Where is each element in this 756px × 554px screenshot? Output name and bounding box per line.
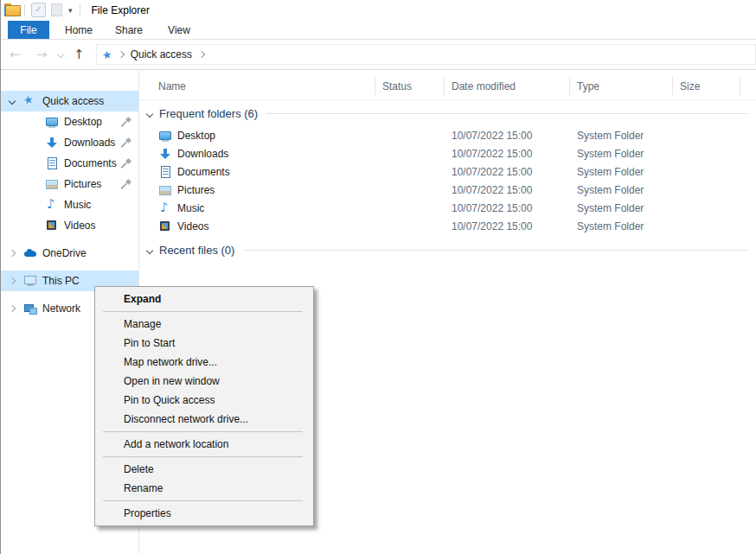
column-header-status[interactable]: Status	[382, 80, 412, 92]
file-date-modified: 10/07/2022 15:00	[452, 166, 532, 178]
frequent-folders-list: Desktop 10/07/2022 15:00 System Folder D…	[139, 127, 756, 236]
qat-new-folder-button[interactable]	[51, 3, 62, 16]
file-explorer-app-icon	[4, 3, 20, 16]
context-menu-item[interactable]: Properties	[95, 504, 313, 523]
file-row[interactable]: Videos 10/07/2022 15:00 System Folder	[139, 218, 756, 236]
forward-button[interactable]: →	[36, 48, 48, 61]
address-bar[interactable]: ★ Quick access	[96, 44, 756, 65]
context-menu-item[interactable]: Map network drive...	[95, 353, 313, 372]
file-row[interactable]: Documents 10/07/2022 15:00 System Folder	[139, 163, 756, 181]
sidebar-item-label: Network	[42, 302, 80, 315]
file-icon	[158, 129, 172, 143]
titlebar: ✓ ▾ File Explorer	[1, 0, 756, 20]
context-menu-item[interactable]: Pin to Start	[95, 334, 313, 353]
sidebar-item[interactable]: Pictures	[1, 174, 138, 194]
group-header-recent-files[interactable]: Recent files (0)	[147, 244, 749, 257]
window-title: File Explorer	[92, 4, 150, 16]
file-row[interactable]: Desktop 10/07/2022 15:00 System Folder	[139, 127, 756, 145]
file-date-modified: 10/07/2022 15:00	[452, 184, 532, 196]
sidebar-item-icon	[45, 136, 59, 150]
sidebar-item-label: OneDrive	[42, 247, 86, 259]
column-header-date-modified[interactable]: Date modified	[452, 80, 516, 92]
column-separator[interactable]	[444, 77, 445, 95]
context-menu-item[interactable]: Disconnect network drive...	[95, 410, 313, 429]
file-date-modified: 10/07/2022 15:00	[452, 220, 532, 232]
context-menu-item[interactable]: Manage	[95, 315, 313, 334]
column-separator[interactable]	[375, 77, 375, 95]
ribbon-tab-bar: FileHomeShareView	[1, 20, 756, 40]
pin-icon	[122, 180, 131, 189]
file-row[interactable]: Pictures 10/07/2022 15:00 System Folder	[139, 181, 756, 200]
context-menu-item[interactable]: Delete	[95, 460, 313, 479]
sidebar-item-label: Downloads	[64, 137, 115, 149]
sidebar-item-label: Desktop	[64, 116, 102, 128]
breadcrumb-location[interactable]: Quick access	[131, 48, 192, 60]
sidebar-item-icon	[23, 274, 37, 288]
sidebar-item-icon	[45, 115, 59, 129]
ribbon-tab[interactable]: File	[8, 21, 49, 39]
column-header-name[interactable]: Name	[158, 80, 186, 92]
sidebar-item-icon	[45, 156, 59, 170]
expand-chevron-icon[interactable]	[9, 278, 16, 283]
qat-customize-dropdown[interactable]: ▾	[68, 6, 73, 15]
breadcrumb-chevron-icon[interactable]	[117, 51, 124, 58]
file-icon	[158, 165, 172, 179]
sidebar-item-icon	[23, 302, 37, 315]
expand-chevron-icon[interactable]	[9, 251, 16, 256]
expand-chevron-icon[interactable]	[9, 99, 16, 104]
pin-icon	[122, 159, 131, 169]
sidebar-item-icon	[45, 198, 59, 212]
recent-locations-dropdown-icon[interactable]	[57, 51, 64, 58]
context-menu-item[interactable]: Expand	[95, 290, 313, 309]
column-header-row: Name Status Date modified Type Size	[139, 70, 756, 100]
column-header-size[interactable]: Size	[680, 80, 700, 92]
sidebar-item-icon	[45, 219, 59, 232]
expand-chevron-icon[interactable]	[9, 306, 16, 311]
file-type: System Folder	[577, 166, 644, 178]
sidebar-item[interactable]: Videos	[1, 215, 138, 236]
context-menu-item[interactable]: Add a network location	[95, 435, 313, 454]
file-type: System Folder	[577, 148, 644, 160]
pin-icon	[122, 118, 131, 127]
pin-icon	[122, 138, 131, 148]
file-date-modified: 10/07/2022 15:00	[452, 148, 532, 160]
ribbon-tab[interactable]: Share	[108, 21, 150, 39]
back-button[interactable]: ←	[10, 48, 21, 61]
sidebar-item[interactable]: Downloads	[1, 132, 138, 153]
sidebar-item-label: Music	[64, 199, 91, 211]
file-name: Videos	[177, 220, 208, 232]
up-button[interactable]: ↑	[74, 48, 85, 61]
titlebar-separator	[80, 4, 80, 16]
sidebar-item[interactable]: Desktop	[1, 111, 138, 132]
sidebar-item[interactable]: Music	[1, 194, 138, 215]
file-icon	[158, 220, 172, 233]
sidebar-item[interactable]: Documents	[1, 153, 138, 174]
column-separator[interactable]	[672, 77, 673, 95]
ribbon-tab[interactable]: View	[158, 21, 200, 39]
quick-access-icon: ★	[101, 48, 113, 62]
context-menu-item[interactable]: Rename	[95, 479, 313, 498]
group-header-frequent-folders[interactable]: Frequent folders (6)	[147, 107, 749, 120]
file-name: Downloads	[177, 148, 228, 160]
file-row[interactable]: Music 10/07/2022 15:00 System Folder	[139, 200, 756, 218]
column-separator[interactable]	[740, 77, 740, 95]
column-separator[interactable]	[569, 77, 570, 95]
sidebar-item-label: Videos	[64, 220, 95, 232]
collapse-chevron-icon[interactable]	[146, 110, 153, 117]
column-header-type[interactable]: Type	[577, 80, 599, 92]
file-icon	[158, 147, 172, 161]
file-row[interactable]: Downloads 10/07/2022 15:00 System Folder	[139, 145, 756, 163]
context-menu-item[interactable]: Open in new window	[95, 372, 313, 391]
breadcrumb-chevron-icon[interactable]	[198, 51, 205, 58]
sidebar-item[interactable]: OneDrive	[1, 243, 138, 264]
ribbon-tab[interactable]: Home	[58, 21, 99, 39]
file-type: System Folder	[577, 130, 644, 142]
file-type: System Folder	[577, 220, 644, 232]
sidebar-item-label: This PC	[42, 275, 80, 287]
collapse-chevron-icon[interactable]	[146, 246, 153, 253]
group-rule	[266, 113, 749, 114]
context-menu-item[interactable]: Pin to Quick access	[95, 391, 313, 410]
qat-properties-button[interactable]: ✓	[31, 3, 46, 17]
sidebar-item-label: Pictures	[64, 178, 101, 190]
sidebar-item[interactable]: Quick access	[1, 91, 138, 111]
